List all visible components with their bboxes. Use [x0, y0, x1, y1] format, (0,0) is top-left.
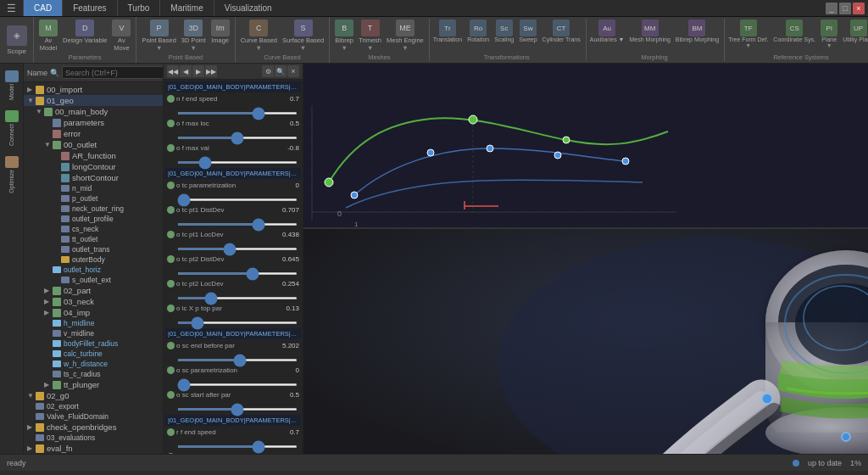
tree-item[interactable]: v_midline — [24, 328, 163, 338]
tree-item[interactable]: outlet_trans — [24, 244, 163, 254]
param-slider[interactable] — [177, 248, 298, 250]
sidebar-connect-btn[interactable]: Connect — [2, 107, 22, 149]
viewport-2d[interactable]: 0 1 — [303, 64, 868, 229]
param-value[interactable]: 0.645 — [275, 255, 299, 263]
tree-item[interactable]: n_mid — [24, 183, 163, 193]
params-next-btn[interactable]: ▶ — [192, 65, 204, 77]
tree-item[interactable]: tt_outlet — [24, 234, 163, 244]
toolbar-design-var-btn[interactable]: D Design Variable — [61, 19, 108, 45]
toolbar-meshengine-btn[interactable]: ME Mesh Engine ▼ — [385, 19, 426, 53]
tree-item[interactable]: s_outlet_ext — [24, 275, 163, 285]
param-value[interactable]: 0.5 — [275, 120, 299, 127]
tree-item[interactable]: ts_c_radius — [24, 369, 163, 379]
tree-item[interactable]: outerBody — [24, 254, 163, 265]
toolbar-meshmorph-btn[interactable]: MM Mesh Morphing — [628, 19, 672, 53]
nav-tab-features[interactable]: Features — [62, 0, 116, 16]
params-search-btn[interactable]: 🔍 — [275, 65, 287, 77]
param-slider[interactable] — [177, 408, 298, 411]
param-slider[interactable] — [177, 383, 298, 386]
tree-item[interactable]: h_midline — [24, 318, 163, 328]
tree-item[interactable]: calc_turbine — [24, 349, 163, 359]
param-value[interactable]: -0.8 — [275, 144, 299, 152]
tree-item[interactable]: ▶ 04_imp — [24, 307, 163, 318]
toolbar-3dpoint-btn[interactable]: 3D 3D Point ▼ — [180, 19, 208, 53]
param-slider[interactable] — [177, 445, 298, 448]
toolbar-model-btn[interactable]: M Av Model — [37, 19, 59, 53]
tree-item[interactable]: parameters — [24, 117, 163, 128]
nav-tab-turbo[interactable]: Turbo — [117, 0, 160, 16]
toolbar-image-btn[interactable]: Im Image — [209, 19, 231, 45]
params-first-btn[interactable]: ◀◀ — [167, 65, 179, 77]
tree-item[interactable]: outlet_profile — [24, 214, 163, 224]
tree-item[interactable]: ▶ tt_plunger — [24, 379, 163, 390]
sidebar-optimize-btn[interactable]: Optimize — [2, 153, 22, 197]
param-slider[interactable] — [177, 272, 298, 275]
params-close-btn[interactable]: × — [287, 65, 299, 77]
tree-item[interactable]: ▼ 02_g0 — [24, 390, 163, 401]
param-value[interactable]: 0.5 — [275, 453, 299, 454]
toolbar-cylinder-btn[interactable]: CT Cylinder Trans — [541, 19, 582, 53]
param-value[interactable]: 0.707 — [275, 206, 299, 214]
param-value[interactable]: 0.7 — [275, 428, 299, 436]
toolbar-curvebased-btn[interactable]: C Curve Based ▼ — [239, 19, 279, 53]
nav-tab-visualization[interactable]: Visualization — [214, 0, 282, 16]
param-slider[interactable] — [177, 359, 298, 361]
toolbar-treeform-btn[interactable]: TF Tree Form Def. ▼ — [726, 19, 770, 53]
params-last-btn[interactable]: ▶▶ — [205, 65, 217, 77]
viewport-3d[interactable] — [303, 229, 868, 454]
tree-item[interactable]: ▶ 02_part — [24, 285, 163, 296]
tree-item[interactable]: neck_outer_ring — [24, 204, 163, 214]
tree-item[interactable]: ▶ 00_import — [24, 84, 163, 95]
toolbar-rotation-btn[interactable]: Ro Rotation — [465, 19, 491, 53]
toolbar-translation-btn[interactable]: Tr Translation — [431, 19, 464, 53]
param-value[interactable]: 0.13 — [275, 305, 299, 312]
tree-item[interactable]: 02_export — [24, 401, 163, 411]
params-settings-btn[interactable]: ⚙ — [262, 65, 274, 77]
toolbar-bimorph-btn[interactable]: BM Bibrep Morphing — [674, 19, 721, 53]
toolbar-bigrep-btn[interactable]: B Bibrep ▼ — [333, 19, 355, 53]
nav-tab-cad[interactable]: CAD — [24, 0, 62, 16]
param-slider[interactable] — [177, 198, 298, 201]
tree-item[interactable]: ▼ 01_geo — [24, 95, 163, 106]
param-slider[interactable] — [177, 223, 298, 226]
toolbar-move-btn[interactable]: V Av Move — [110, 19, 132, 53]
params-prev-btn[interactable]: ◀ — [180, 65, 192, 77]
tree-item[interactable]: p_outlet — [24, 193, 163, 204]
tree-item[interactable]: ▼ 00_outlet — [24, 139, 163, 150]
param-slider[interactable] — [177, 321, 298, 324]
toolbar-coordsys-btn[interactable]: CS Coordinate Sys. — [771, 19, 817, 53]
toolbar-pointbased-btn[interactable]: P Point Based ▼ — [140, 19, 177, 53]
param-slider[interactable] — [177, 161, 298, 164]
param-value[interactable]: 0 — [275, 182, 299, 189]
tree-item[interactable]: AR_function — [24, 150, 163, 161]
tree-item[interactable]: w_h_distance — [24, 359, 163, 369]
tree-item[interactable]: Valve_FluidDomain — [24, 411, 163, 422]
tree-item[interactable]: bodyFillet_radius — [24, 338, 163, 349]
param-value[interactable]: 0 — [275, 366, 299, 374]
toolbar-plane-btn[interactable]: Pl Plane ▼ — [819, 19, 839, 53]
tree-item[interactable]: longContour — [24, 161, 163, 172]
toolbar-scaling-btn[interactable]: Sc Scaling — [492, 19, 515, 53]
viewport[interactable]: 0 1 — [303, 64, 868, 454]
tree-item[interactable]: outlet_horiz — [24, 265, 163, 275]
minimize-btn[interactable]: _ — [826, 3, 837, 14]
sidebar-model-btn[interactable]: Model — [2, 67, 22, 103]
maximize-btn[interactable]: □ — [839, 3, 851, 14]
toolbar-aux-btn[interactable]: Au Auxiliaries ▼ — [588, 19, 626, 53]
param-value[interactable]: 5.202 — [275, 342, 299, 349]
tree-item[interactable]: cs_neck — [24, 224, 163, 234]
tree-item[interactable]: ▶ eval_fn — [24, 443, 163, 454]
param-slider[interactable] — [177, 112, 298, 115]
param-value[interactable]: 0.438 — [275, 231, 299, 238]
tree-item[interactable]: 03_evaluations — [24, 433, 163, 443]
param-value[interactable]: 0.7 — [275, 95, 299, 103]
param-value[interactable]: 0.254 — [275, 280, 299, 288]
tree-item[interactable]: error — [24, 128, 163, 139]
toolbar-trimesh-btn[interactable]: T Trimesh ▼ — [357, 19, 383, 53]
close-btn[interactable]: × — [853, 3, 865, 14]
tree-item[interactable]: ▶ 03_neck — [24, 296, 163, 307]
tree-item[interactable]: ▶ check_openbridges — [24, 422, 163, 433]
nav-tab-maritime[interactable]: Maritime — [159, 0, 213, 16]
scope-icon[interactable]: ◈ — [7, 25, 27, 46]
tree-search-input[interactable] — [62, 66, 164, 79]
